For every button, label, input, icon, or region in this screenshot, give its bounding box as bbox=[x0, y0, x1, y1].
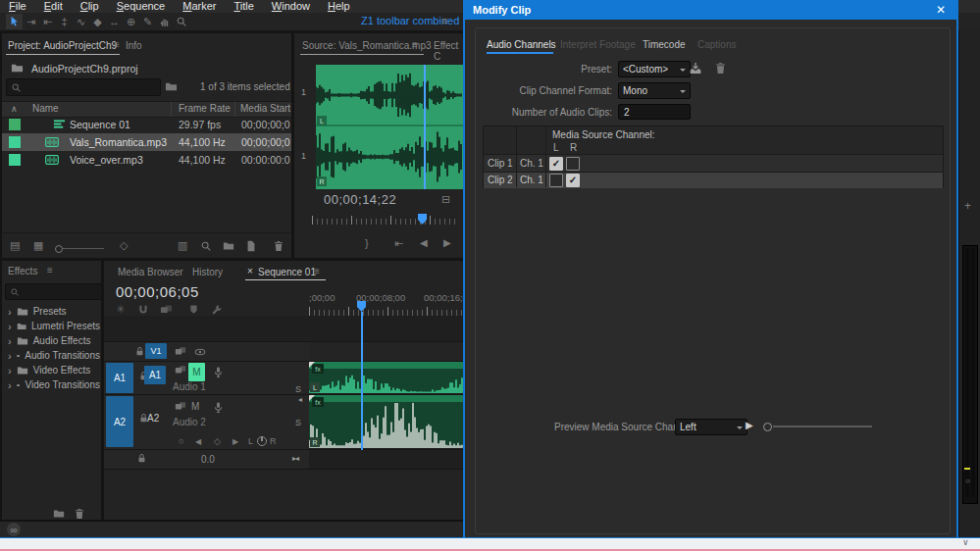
razor-tool-icon[interactable]: ◆ bbox=[89, 14, 106, 29]
a1-track-target[interactable]: A1 bbox=[144, 366, 166, 384]
timeline-timecode[interactable]: 00;00;06;05 bbox=[116, 283, 199, 300]
audio-clip-a1[interactable]: fx L bbox=[309, 362, 463, 393]
find-icon[interactable] bbox=[200, 240, 212, 252]
tree-item-label[interactable]: Video Transitions bbox=[25, 379, 100, 390]
track-select-backward-icon[interactable]: ⇤ bbox=[39, 14, 56, 29]
source-waveform-display[interactable]: L R bbox=[316, 65, 463, 189]
rate-stretch-icon[interactable]: ∿ bbox=[73, 14, 89, 29]
label-color-chip[interactable] bbox=[9, 136, 21, 148]
a1-voiceover-mic-icon[interactable] bbox=[212, 366, 225, 378]
label-color-chip[interactable] bbox=[9, 119, 21, 130]
a1-source-assign[interactable]: A1 bbox=[106, 363, 133, 393]
audio-clip-a2-selected[interactable]: fx R bbox=[309, 395, 463, 448]
list-view-icon[interactable]: ▤ bbox=[10, 239, 20, 252]
preview-play-button[interactable]: ▶ bbox=[746, 420, 753, 430]
column-header-media-start[interactable]: Media Start bbox=[240, 103, 290, 114]
tree-item-label[interactable]: Audio Transitions bbox=[25, 350, 100, 361]
table-row-voice-over[interactable]: Voice_over.mp3 44,100 Hz 00:00:00:0 bbox=[2, 151, 291, 169]
project-file-name[interactable]: AudioProjectCh9.prproj bbox=[31, 63, 138, 75]
chevron-down-icon[interactable]: ∨ bbox=[962, 537, 969, 547]
a2-sync-lock-icon[interactable] bbox=[175, 401, 186, 413]
a2-add-keyframe-icon[interactable]: ◇ bbox=[214, 436, 221, 446]
effects-item-video-effects[interactable]: › Video Effects bbox=[2, 363, 100, 377]
dialog-tab-interpret-footage[interactable]: Interpret Footage bbox=[560, 39, 636, 50]
tab-project[interactable]: Project: AudioProjectCh9 bbox=[8, 40, 117, 51]
label-color-chip[interactable] bbox=[9, 154, 21, 166]
number-of-audio-clips-input[interactable]: 2 bbox=[618, 104, 691, 120]
tab-media-browser[interactable]: Media Browser bbox=[118, 267, 183, 277]
icon-view-icon[interactable]: ▦ bbox=[33, 239, 43, 252]
add-marker-icon[interactable] bbox=[188, 304, 199, 315]
preview-channel-dropdown[interactable]: Left bbox=[675, 419, 748, 435]
table-row-sequence[interactable]: Sequence 01 29.97 fps 00;00;00;0 bbox=[2, 116, 291, 133]
row-name[interactable]: Sequence 01 bbox=[70, 119, 130, 130]
tab-sequence-01[interactable]: Sequence 01 bbox=[258, 267, 316, 277]
nest-sequence-icon[interactable]: ✳ bbox=[116, 303, 125, 316]
pen-tool-icon[interactable]: ✎ bbox=[139, 14, 156, 29]
project-panel-menu-icon[interactable]: ≡ bbox=[114, 39, 120, 50]
dialog-close-icon[interactable]: ✕ bbox=[933, 3, 949, 17]
menu-help[interactable]: Help bbox=[319, 0, 359, 13]
v1-toggle-output-eye-icon[interactable] bbox=[194, 346, 206, 358]
search-bin-icon[interactable] bbox=[165, 80, 178, 93]
menu-edit[interactable]: Edit bbox=[35, 0, 72, 13]
timeline-panel-menu-icon[interactable]: ≡ bbox=[314, 266, 320, 276]
timeline-settings-wrench-icon[interactable] bbox=[211, 304, 223, 316]
a1-mute-button[interactable]: M bbox=[188, 363, 205, 381]
add-panel-plus-icon[interactable]: + bbox=[964, 199, 971, 213]
clip2-right-checkbox[interactable]: ✓ bbox=[566, 174, 580, 187]
sort-chevron-up-icon[interactable]: ∧ bbox=[11, 104, 18, 114]
source-settings-icon[interactable]: ⊟ bbox=[441, 193, 450, 206]
delete-preset-trash-icon[interactable] bbox=[714, 62, 727, 75]
source-playhead-line[interactable] bbox=[424, 65, 426, 189]
tab-info[interactable]: Info bbox=[126, 40, 142, 51]
a2-track-target[interactable]: A2 bbox=[147, 413, 159, 424]
chevron-right-icon[interactable]: › bbox=[8, 379, 12, 391]
track-select-forward-icon[interactable]: ⇥ bbox=[23, 14, 39, 29]
tree-item-label[interactable]: Presets bbox=[33, 306, 67, 317]
a1-solo-button[interactable]: S bbox=[295, 384, 301, 394]
effects-item-audio-transitions[interactable]: › Audio Transitions bbox=[2, 348, 100, 363]
a2-voiceover-mic-icon[interactable] bbox=[212, 401, 225, 414]
row-name[interactable]: Vals_Romantica.mp3 bbox=[70, 136, 167, 148]
delete-custom-item-icon[interactable] bbox=[74, 508, 85, 520]
clip2-left-checkbox[interactable]: ✓ bbox=[549, 174, 563, 187]
master-level-value[interactable]: 0.0 bbox=[201, 454, 215, 465]
menu-title[interactable]: Title bbox=[225, 0, 262, 13]
effects-item-lumetri-presets[interactable]: › Lumetri Presets bbox=[2, 319, 100, 333]
fit-sequence-icon[interactable]: ▸◂ bbox=[292, 454, 298, 463]
a2-source-assign[interactable]: A2 bbox=[106, 396, 133, 447]
preview-volume-track[interactable] bbox=[773, 426, 872, 427]
menu-clip[interactable]: Clip bbox=[72, 0, 108, 13]
close-sequence-tab-icon[interactable]: × bbox=[247, 266, 253, 276]
slide-tool-icon[interactable]: ⊕ bbox=[123, 14, 139, 29]
tab-effects[interactable]: Effects bbox=[8, 266, 37, 276]
dialog-tab-captions[interactable]: Captions bbox=[697, 39, 736, 50]
effects-search-input[interactable] bbox=[5, 283, 101, 300]
a2-pan-knob[interactable] bbox=[257, 436, 267, 446]
fx-badge[interactable]: fx bbox=[312, 364, 324, 374]
effects-item-audio-effects[interactable]: › Audio Effects bbox=[2, 333, 100, 348]
chevron-right-icon[interactable]: › bbox=[8, 350, 12, 362]
workspace-menu-icon[interactable]: ≡ bbox=[441, 15, 447, 26]
step-back-button[interactable]: ◀ bbox=[420, 237, 428, 248]
a2-track-name[interactable]: Audio 2 bbox=[173, 417, 206, 427]
zoom-slider-handle[interactable] bbox=[55, 245, 63, 253]
fx-badge[interactable]: fx bbox=[312, 397, 324, 407]
clear-trash-icon[interactable] bbox=[273, 240, 284, 252]
new-custom-bin-icon[interactable] bbox=[53, 508, 65, 520]
menu-marker[interactable]: Marker bbox=[174, 0, 225, 13]
master-lock-icon[interactable] bbox=[136, 453, 147, 464]
preview-volume-handle[interactable] bbox=[763, 423, 772, 431]
a2-keyframe-toggle-icon[interactable]: ○ bbox=[179, 436, 183, 446]
hand-tool-icon[interactable] bbox=[156, 14, 173, 29]
chevron-right-icon[interactable]: › bbox=[8, 321, 12, 332]
chevron-right-icon[interactable]: › bbox=[8, 365, 12, 376]
selection-tool-icon[interactable] bbox=[6, 14, 23, 29]
go-to-in-button[interactable]: ⇤ bbox=[394, 237, 403, 250]
clip1-left-checkbox[interactable]: ✓ bbox=[549, 157, 563, 171]
chevron-right-icon[interactable]: › bbox=[8, 335, 12, 347]
a1-sync-lock-icon[interactable] bbox=[175, 365, 186, 376]
slip-tool-icon[interactable]: ↔ bbox=[106, 14, 123, 29]
effects-panel-menu-icon[interactable]: ≡ bbox=[47, 265, 53, 276]
